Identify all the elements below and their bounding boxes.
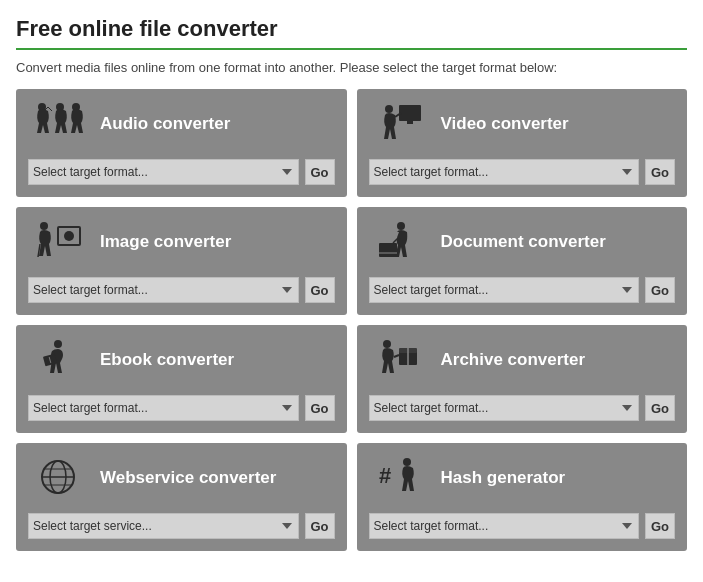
document-icon	[369, 217, 429, 267]
card-controls-video: Select target format... Go	[369, 159, 676, 185]
svg-point-8	[64, 231, 74, 241]
go-button-webservice[interactable]: Go	[305, 513, 335, 539]
card-title-archive: Archive converter	[441, 350, 586, 370]
svg-point-12	[54, 340, 62, 348]
card-controls-document: Select target format... Go	[369, 277, 676, 303]
card-header-webservice: Webservice converter	[28, 453, 335, 503]
title-divider	[16, 48, 687, 50]
card-archive: Archive converter Select target format..…	[357, 325, 688, 433]
select-hash[interactable]: Select target format...	[369, 513, 640, 539]
page-title: Free online file converter	[16, 16, 687, 42]
card-document: Document converter Select target format.…	[357, 207, 688, 315]
card-ebook: Ebook converter Select target format... …	[16, 325, 347, 433]
card-title-document: Document converter	[441, 232, 606, 252]
svg-point-9	[397, 222, 405, 230]
card-controls-ebook: Select target format... Go	[28, 395, 335, 421]
audio-icon	[28, 99, 88, 149]
svg-text:#: #	[379, 463, 391, 488]
card-title-hash: Hash generator	[441, 468, 566, 488]
select-video[interactable]: Select target format...	[369, 159, 640, 185]
card-webservice: Webservice converter Select target servi…	[16, 443, 347, 551]
card-image: Image converter Select target format... …	[16, 207, 347, 315]
converter-grid: Audio converter Select target format... …	[16, 89, 687, 551]
card-header-archive: Archive converter	[369, 335, 676, 385]
ebook-icon	[28, 335, 88, 385]
video-icon	[369, 99, 429, 149]
card-audio: Audio converter Select target format... …	[16, 89, 347, 197]
go-button-video[interactable]: Go	[645, 159, 675, 185]
card-title-video: Video converter	[441, 114, 569, 134]
svg-point-5	[385, 105, 393, 113]
hash-icon: #	[369, 453, 429, 503]
page-subtitle: Convert media files online from one form…	[16, 60, 687, 75]
card-header-hash: # Hash generator	[369, 453, 676, 503]
card-controls-audio: Select target format... Go	[28, 159, 335, 185]
archive-icon	[369, 335, 429, 385]
card-title-audio: Audio converter	[100, 114, 230, 134]
svg-point-24	[403, 458, 411, 466]
card-controls-image: Select target format... Go	[28, 277, 335, 303]
go-button-archive[interactable]: Go	[645, 395, 675, 421]
webservice-icon	[28, 453, 88, 503]
svg-rect-4	[407, 121, 413, 124]
card-header-ebook: Ebook converter	[28, 335, 335, 385]
select-archive[interactable]: Select target format...	[369, 395, 640, 421]
card-controls-webservice: Select target service... Go	[28, 513, 335, 539]
card-title-image: Image converter	[100, 232, 231, 252]
svg-point-6	[40, 222, 48, 230]
card-title-ebook: Ebook converter	[100, 350, 234, 370]
go-button-audio[interactable]: Go	[305, 159, 335, 185]
select-image[interactable]: Select target format...	[28, 277, 299, 303]
go-button-ebook[interactable]: Go	[305, 395, 335, 421]
select-audio[interactable]: Select target format...	[28, 159, 299, 185]
card-controls-hash: Select target format... Go	[369, 513, 676, 539]
select-ebook[interactable]: Select target format...	[28, 395, 299, 421]
image-icon	[28, 217, 88, 267]
card-header-audio: Audio converter	[28, 99, 335, 149]
go-button-image[interactable]: Go	[305, 277, 335, 303]
select-webservice[interactable]: Select target service...	[28, 513, 299, 539]
svg-rect-10	[379, 243, 397, 257]
card-header-document: Document converter	[369, 217, 676, 267]
select-document[interactable]: Select target format...	[369, 277, 640, 303]
card-video: Video converter Select target format... …	[357, 89, 688, 197]
card-controls-archive: Select target format... Go	[369, 395, 676, 421]
card-header-image: Image converter	[28, 217, 335, 267]
go-button-document[interactable]: Go	[645, 277, 675, 303]
go-button-hash[interactable]: Go	[645, 513, 675, 539]
card-title-webservice: Webservice converter	[100, 468, 276, 488]
svg-rect-3	[399, 105, 421, 121]
card-hash: # Hash generator Select target format...…	[357, 443, 688, 551]
svg-point-15	[383, 340, 391, 348]
card-header-video: Video converter	[369, 99, 676, 149]
